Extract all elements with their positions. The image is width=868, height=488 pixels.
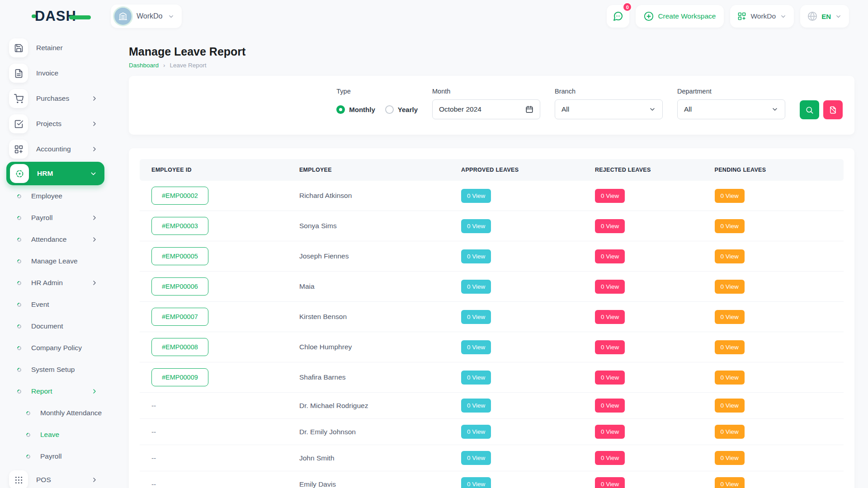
chevron-right-icon <box>91 279 98 286</box>
rejected-leaves-view-button[interactable]: 0 View <box>595 280 625 294</box>
employee-id-button[interactable]: #EMP00003 <box>151 217 208 235</box>
pending-leaves-view-button[interactable]: 0 View <box>715 310 745 324</box>
sidebar-item-attendance[interactable]: Attendance <box>6 229 111 250</box>
radio-monthly-control[interactable] <box>336 105 345 114</box>
employee-id-button[interactable]: #EMP00009 <box>151 368 208 386</box>
pending-leaves-view-button[interactable]: 0 View <box>715 399 745 413</box>
approved-leaves-view-button[interactable]: 0 View <box>461 371 491 385</box>
sidebar-item-pos[interactable]: POS <box>6 467 111 488</box>
pending-leaves-view-button[interactable]: 0 View <box>715 280 745 294</box>
sidebar-item-label: Report <box>31 387 52 395</box>
approved-leaves-view-button[interactable]: 0 View <box>461 189 491 203</box>
reset-filter-button[interactable] <box>823 100 843 119</box>
pending-leaves-view-button[interactable]: 0 View <box>715 425 745 439</box>
sidebar-item-leave[interactable]: Leave <box>6 424 111 446</box>
pending-leaves-view-button[interactable]: 0 View <box>715 340 745 354</box>
sidebar-item-accounting[interactable]: Accounting <box>6 136 111 162</box>
sidebar-item-payroll[interactable]: Payroll <box>6 446 111 467</box>
language-selector[interactable]: EN <box>800 5 849 28</box>
chat-icon <box>613 11 623 22</box>
table-row: --Dr. Emily Johnson0 View0 View0 View <box>140 419 844 445</box>
approved-leaves-view-button[interactable]: 0 View <box>461 477 491 488</box>
sidebar-item-event[interactable]: Event <box>6 294 111 315</box>
approved-leaves-view-button[interactable]: 0 View <box>461 451 491 465</box>
sidebar-item-company-policy[interactable]: Company Policy <box>6 337 111 359</box>
sidebar-item-manage-leave[interactable]: Manage Leave <box>6 250 111 272</box>
rejected-leaves-view-button[interactable]: 0 View <box>595 425 625 439</box>
chevron-down-icon <box>649 106 656 113</box>
approved-leaves-view-button[interactable]: 0 View <box>461 249 491 263</box>
radio-yearly-control[interactable] <box>385 105 394 114</box>
sidebar-item-retainer[interactable]: Retainer <box>6 35 111 61</box>
pending-leaves-view-button[interactable]: 0 View <box>715 451 745 465</box>
pending-leaves-view-button[interactable]: 0 View <box>715 219 745 233</box>
sidebar-item-system-setup[interactable]: System Setup <box>6 359 111 380</box>
create-workspace-label: Create Workspace <box>658 12 716 20</box>
pending-leaves-view-button[interactable]: 0 View <box>715 189 745 203</box>
workspace-selector[interactable]: WorkDo <box>111 5 182 28</box>
search-button[interactable] <box>800 100 819 119</box>
rejected-leaves-view-button[interactable]: 0 View <box>595 249 625 263</box>
sidebar-item-purchases[interactable]: Purchases <box>6 86 111 111</box>
globe-icon <box>807 11 817 21</box>
approved-leaves-view-button[interactable]: 0 View <box>461 280 491 294</box>
rejected-leaves-view-button[interactable]: 0 View <box>595 371 625 385</box>
sidebar-item-monthly-attendance[interactable]: Monthly Attendance <box>6 402 111 424</box>
file-slash-icon <box>829 106 837 114</box>
sidebar-item-invoice[interactable]: Invoice <box>6 61 111 86</box>
table-row: #EMP00008Chloe Humphrey0 View0 View0 Vie… <box>140 332 844 362</box>
approved-leaves-view-button[interactable]: 0 View <box>461 219 491 233</box>
employee-id-empty: -- <box>151 454 156 462</box>
rejected-leaves-view-button[interactable]: 0 View <box>595 219 625 233</box>
employee-id-button[interactable]: #EMP00007 <box>151 308 208 326</box>
approved-leaves-view-button[interactable]: 0 View <box>461 425 491 439</box>
sidebar-item-hrm[interactable]: HRM <box>6 162 104 185</box>
create-workspace-button[interactable]: Create Workspace <box>636 5 724 28</box>
topbar-actions: 0 Create Workspace WorkDo EN <box>607 5 849 28</box>
employee-id-button[interactable]: #EMP00002 <box>151 187 208 205</box>
employee-id-button[interactable]: #EMP00005 <box>151 247 208 265</box>
sidebar-item-projects[interactable]: Projects <box>6 111 111 136</box>
department-label: Department <box>677 88 785 95</box>
employee-name: Shafira Barnes <box>299 373 346 381</box>
sidebar-item-label: Employee <box>31 192 62 200</box>
rejected-leaves-view-button[interactable]: 0 View <box>595 189 625 203</box>
messages-button[interactable]: 0 <box>607 5 629 28</box>
department-select[interactable]: All <box>677 99 785 119</box>
approved-leaves-view-button[interactable]: 0 View <box>461 340 491 354</box>
app-switcher-dropdown[interactable]: WorkDo <box>730 5 794 28</box>
bullet-icon <box>16 280 22 286</box>
sidebar-item-payroll[interactable]: Payroll <box>6 207 111 229</box>
sidebar-item-document[interactable]: Document <box>6 315 111 337</box>
sidebar-item-report[interactable]: Report <box>6 380 111 402</box>
sidebar-item-label: Purchases <box>36 94 69 103</box>
employee-id-button[interactable]: #EMP00006 <box>151 277 208 296</box>
radio-monthly[interactable]: Monthly <box>336 105 375 114</box>
rejected-leaves-view-button[interactable]: 0 View <box>595 310 625 324</box>
chevron-right-icon <box>91 214 98 221</box>
employee-id-empty: -- <box>151 402 156 409</box>
radio-yearly[interactable]: Yearly <box>385 105 418 114</box>
rejected-leaves-view-button[interactable]: 0 View <box>595 451 625 465</box>
brand-logo[interactable]: DASH <box>0 8 111 24</box>
sidebar-item-label: Payroll <box>31 214 52 222</box>
month-input[interactable]: October 2024 <box>432 99 540 119</box>
rejected-leaves-view-button[interactable]: 0 View <box>595 340 625 354</box>
employee-name: Kirsten Benson <box>299 313 347 320</box>
pending-leaves-view-button[interactable]: 0 View <box>715 249 745 263</box>
sidebar-item-hr-admin[interactable]: HR Admin <box>6 272 111 294</box>
sidebar-item-label: POS <box>36 476 51 484</box>
rejected-leaves-view-button[interactable]: 0 View <box>595 399 625 413</box>
sidebar-item-label: Projects <box>36 120 61 128</box>
pending-leaves-view-button[interactable]: 0 View <box>715 477 745 488</box>
rejected-leaves-view-button[interactable]: 0 View <box>595 477 625 488</box>
sidebar-item-employee[interactable]: Employee <box>6 185 111 207</box>
radio-yearly-label: Yearly <box>398 106 418 113</box>
breadcrumb-dashboard-link[interactable]: Dashboard <box>129 62 159 69</box>
approved-leaves-view-button[interactable]: 0 View <box>461 310 491 324</box>
pending-leaves-view-button[interactable]: 0 View <box>715 371 745 385</box>
employee-id-button[interactable]: #EMP00008 <box>151 338 208 356</box>
approved-leaves-view-button[interactable]: 0 View <box>461 399 491 413</box>
branch-select[interactable]: All <box>555 99 663 119</box>
branch-filter-group: Branch All <box>555 88 663 119</box>
